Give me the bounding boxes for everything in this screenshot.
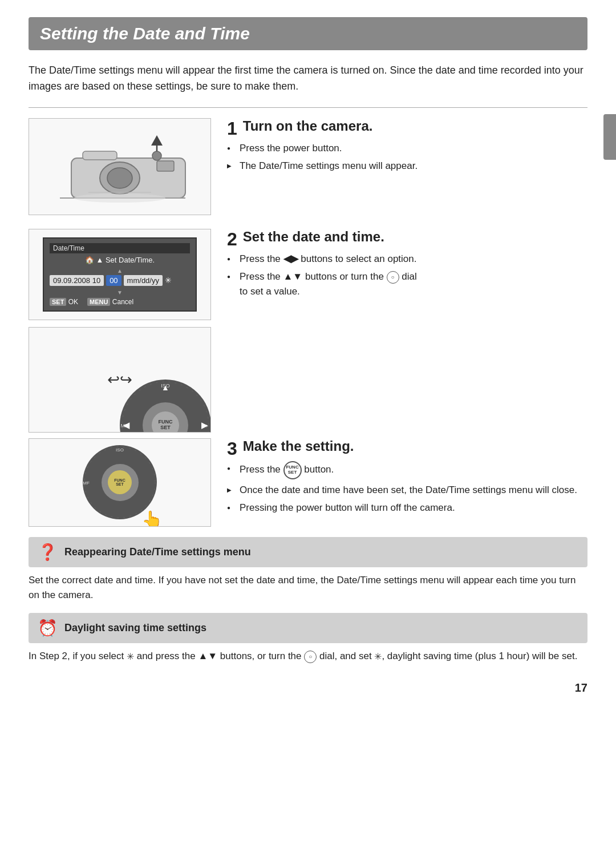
lr-arrows-icon: ◀▶ [283,253,298,264]
step-1-number: 1 [227,119,237,138]
step-2-content: 2 Set the date and time. Press the ◀▶ bu… [227,229,587,302]
step-2-bullets: Press the ◀▶ buttons to select an option… [227,252,587,299]
step-3-title: Make the setting. [227,438,587,454]
notice-2-text: In Step 2, if you select ✳ and press the… [29,649,587,664]
step-2-row: Date/Time 🏠 ▲ Set Date/Time. ▲ 09.09.200… [29,229,587,433]
step-3-bullet-2: Once the date and time have been set, th… [227,483,587,498]
step-3-wheel-container: ISO MF FUNCSET 👆 [83,445,157,519]
svg-marker-6 [151,135,163,146]
datetime-sun-icon: ✳ [165,276,172,285]
sun-select-icon: ✳ [127,650,134,664]
step-3-number: 3 [227,439,237,458]
svg-point-10 [74,193,165,203]
step-3-row: ISO MF FUNCSET 👆 3 [29,438,587,527]
step-2-number: 2 [227,230,237,248]
step-1-bullets: Press the power button. The Date/Time se… [227,141,587,173]
datetime-up-arrow: ▲ [50,268,190,274]
side-tab [603,114,616,160]
nav-left-arrow: ◀ [123,421,129,430]
step-2-wheel-image: ↪ ISO MF ○ ▲ [29,327,211,433]
datetime-header: Date/Time [50,243,190,253]
step-1-row: 1 Turn on the camera. Press the power bu… [29,118,587,215]
step-1-header: 1 Turn on the camera. [227,118,587,134]
dial-icon: ○ [387,271,399,284]
svg-point-2 [107,168,132,188]
curved-arrow-right-icon: ↪ [120,371,132,389]
step-2-images: Date/Time 🏠 ▲ Set Date/Time. ▲ 09.09.200… [29,229,211,433]
ud-arrows-2-icon: ▲▼ [198,651,217,661]
datetime-format-val: mm/dd/yy [124,275,163,286]
curved-arrow-left-icon: ↪ [107,371,120,389]
steps-container: 1 Turn on the camera. Press the power bu… [29,107,587,527]
step-1-title: Turn on the camera. [227,118,587,134]
datetime-set-btn: SET OK [50,298,78,306]
step-1-image [29,118,211,215]
step-3-nav-wheel: ISO MF FUNCSET 👆 [83,445,157,519]
finger-press-icon: 👆 [141,510,163,527]
step-1-content: 1 Turn on the camera. Press the power bu… [227,118,587,177]
svg-text:ISO: ISO [116,447,124,453]
nav-wheel-center: FUNCSET [152,411,179,433]
notice-2-box: ⏰ Daylight saving time settings [29,613,587,643]
nav-right-arrow: ▶ [201,421,208,430]
notice-1-title: Reappearing Date/Time settings menu [64,546,251,558]
step-2-bullet-1: Press the ◀▶ buttons to select an option… [227,252,587,267]
notice-question-icon: ❓ [38,543,58,562]
notice-1-text: Set the correct date and time. If you ha… [29,573,587,603]
step-3-header: 3 Make the setting. [227,438,587,454]
svg-point-15 [84,447,155,518]
datetime-set-label: 🏠 ▲ Set Date/Time. [50,256,190,264]
svg-text:MF: MF [83,481,90,486]
step-3-wheel-ticks: ISO MF [83,445,157,519]
datetime-down-arrow: ▼ [50,289,190,296]
notice-2-title: Daylight saving time settings [64,622,206,634]
step-2-title: Set the date and time. [227,229,587,245]
datetime-highlighted-val: 00 [106,275,121,286]
step-2-header: 2 Set the date and time. [227,229,587,245]
datetime-date-val: 09.09.2008 10 [50,275,104,286]
page-number: 17 [29,681,587,695]
notice-clock-icon: ⏰ [38,619,58,637]
step-3-images: ISO MF FUNCSET 👆 [29,438,211,527]
datetime-menu-btn: MENU Cancel [87,298,133,306]
set-badge: SET [50,298,66,306]
datetime-screen: Date/Time 🏠 ▲ Set Date/Time. ▲ 09.09.200… [43,237,197,312]
step-3-bullets: Press the FUNCSET button. Once the date … [227,461,587,515]
datetime-bottom-bar: SET OK MENU Cancel [50,298,190,306]
home-icon: 🏠 [85,256,94,264]
camera-power-illustration [37,124,202,209]
page-title: Setting the Date and Time [40,24,576,43]
step-1-bullet-2: The Date/Time settings menu will appear. [227,159,587,173]
step-2-bullet-2: Press the ▲▼ buttons or turn the ○ dialt… [227,269,587,298]
sun-set-icon: ✳ [374,650,382,664]
nav-wheel: ISO MF ○ ▲ ▼ ◀ ▶ FUN [120,380,211,433]
menu-badge: MENU [87,298,110,306]
step-3-content: 3 Make the setting. Press the FUNCSET bu… [227,438,587,519]
step-2-screen-image: Date/Time 🏠 ▲ Set Date/Time. ▲ 09.09.200… [29,229,211,320]
notice-1-box: ❓ Reappearing Date/Time settings menu [29,537,587,567]
svg-rect-4 [83,151,117,160]
page-title-bar: Setting the Date and Time [29,17,587,50]
step-1-bullet-1: Press the power button. [227,141,587,156]
func-set-inline-icon: FUNCSET [283,461,302,479]
step-3-wheel-image: ISO MF FUNCSET 👆 [29,438,211,527]
svg-rect-3 [157,161,174,171]
datetime-date-row: 09.09.2008 10 00 mm/dd/yy ✳ [50,275,190,286]
step-3-bullet-1: Press the FUNCSET button. [227,461,587,479]
ud-arrows-icon: ▲▼ [283,271,303,282]
svg-point-5 [152,151,161,160]
dial-2-icon: ○ [304,651,317,663]
step-3-bullet-3: Pressing the power button will turn off … [227,500,587,515]
intro-text: The Date/Time settings menu will appear … [29,63,587,95]
nav-up-arrow: ▲ [161,383,169,392]
